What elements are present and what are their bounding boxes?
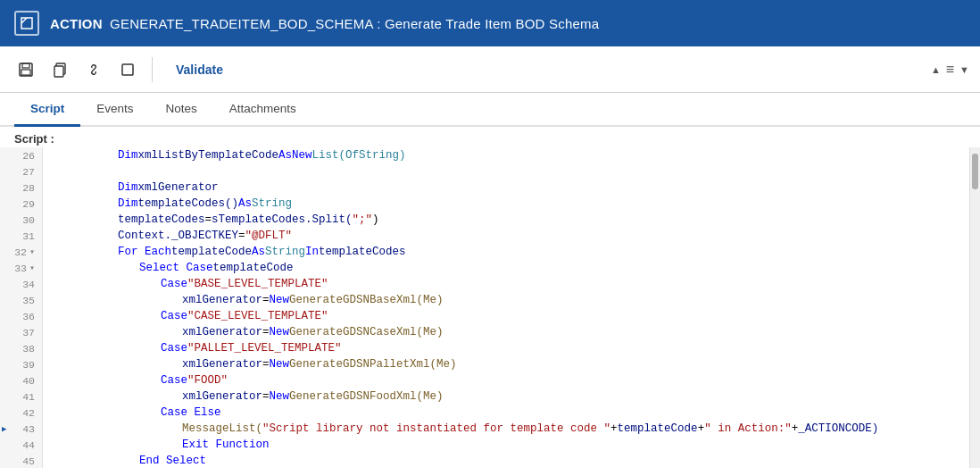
svg-rect-4	[54, 66, 63, 77]
code-content[interactable]: Dim xmlListByTemplateCode As New List(Of…	[43, 147, 969, 468]
tabs: Script Events Notes Attachments	[0, 93, 980, 127]
page-title: ACTION GENERATE_TRADEITEM_BOD_SCHEMA : G…	[50, 16, 599, 31]
code-line-26: Dim xmlListByTemplateCode As New List(Of…	[54, 147, 969, 163]
svg-rect-2	[21, 70, 30, 75]
vertical-scrollbar[interactable]	[969, 147, 980, 468]
code-line-30: templateCodes = sTemplateCodes.Split(";"…	[54, 212, 969, 228]
code-line-29: Dim templateCodes() As String	[54, 196, 969, 212]
top-bar: ACTION GENERATE_TRADEITEM_BOD_SCHEMA : G…	[0, 0, 980, 46]
sort-down-icon[interactable]: ▼	[959, 64, 969, 75]
code-line-28: Dim xmlGenerator	[54, 180, 969, 196]
code-line-45: End Select	[54, 453, 969, 468]
validate-button[interactable]: Validate	[169, 59, 230, 80]
code-line-43: MessageList("Script library not instanti…	[54, 421, 969, 437]
sort-controls: ▲ ≡ ▼	[931, 62, 969, 78]
code-line-41: xmlGenerator = New GenerateGDSNFoodXml(M…	[54, 388, 969, 405]
tab-events[interactable]: Events	[80, 93, 149, 127]
code-line-40: Case "FOOD"	[54, 372, 969, 388]
code-line-44: Exit Function	[54, 437, 969, 453]
code-line-42: Case Else	[54, 405, 969, 421]
code-editor[interactable]: 2627282930313233343536373839404142434445…	[0, 147, 980, 468]
script-label: Script :	[0, 127, 980, 147]
code-line-35: xmlGenerator = New GenerateGDSNBaseXml(M…	[54, 292, 969, 308]
code-line-36: Case "CASE_LEVEL_TEMPLATE"	[54, 308, 969, 324]
frame-button[interactable]	[112, 54, 143, 85]
app-icon	[14, 11, 39, 36]
line-numbers: 2627282930313233343536373839404142434445…	[0, 147, 43, 468]
toolbar-divider	[152, 57, 153, 82]
copy-button[interactable]	[45, 54, 75, 85]
code-line-37: xmlGenerator = New GenerateGDSNCaseXml(M…	[54, 324, 969, 340]
code-line-38: Case "PALLET_LEVEL_TEMPLATE"	[54, 340, 969, 356]
save-button[interactable]	[11, 54, 41, 85]
code-line-27	[54, 163, 969, 180]
svg-line-5	[92, 68, 96, 71]
code-line-32: For Each templateCode As String In templ…	[54, 244, 969, 260]
sort-up-icon[interactable]: ▲	[931, 64, 941, 75]
toolbar: Validate ▲ ≡ ▼	[0, 46, 980, 93]
sort-menu-icon[interactable]: ≡	[946, 62, 954, 78]
tab-attachments[interactable]: Attachments	[213, 93, 312, 127]
tab-notes[interactable]: Notes	[150, 93, 213, 127]
tab-script[interactable]: Script	[14, 93, 80, 127]
code-line-34: Case "BASE_LEVEL_TEMPLATE"	[54, 276, 969, 292]
link-button[interactable]	[79, 54, 109, 85]
code-line-39: xmlGenerator = New GenerateGDSNPalletXml…	[54, 356, 969, 372]
code-line-31: Context._OBJECTKEY = "@DFLT"	[54, 228, 969, 244]
scrollbar-thumb[interactable]	[972, 154, 978, 189]
svg-rect-6	[122, 64, 133, 75]
code-line-33: Select Case templateCode	[54, 260, 969, 276]
